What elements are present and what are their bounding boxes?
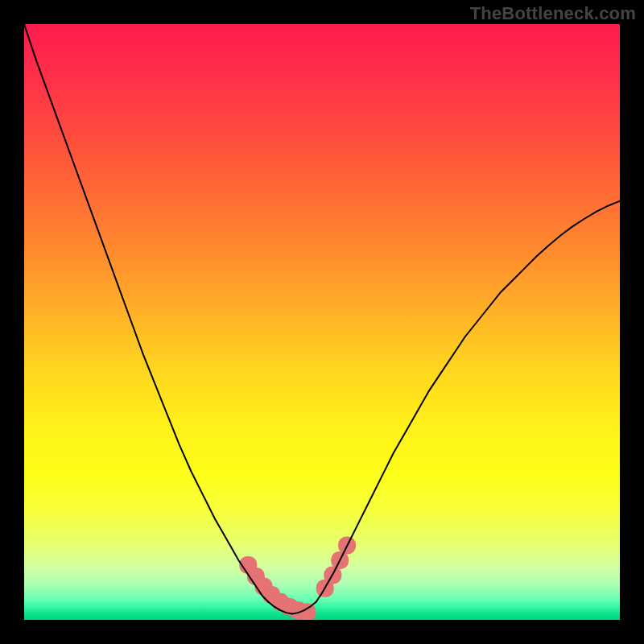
watermark-text: TheBottleneck.com — [470, 3, 636, 24]
chart-frame: TheBottleneck.com — [0, 0, 644, 644]
curve-left-arm — [24, 24, 268, 602]
chart-svg — [24, 24, 620, 620]
plot-area — [24, 24, 620, 620]
curve-right-arm — [316, 201, 620, 602]
